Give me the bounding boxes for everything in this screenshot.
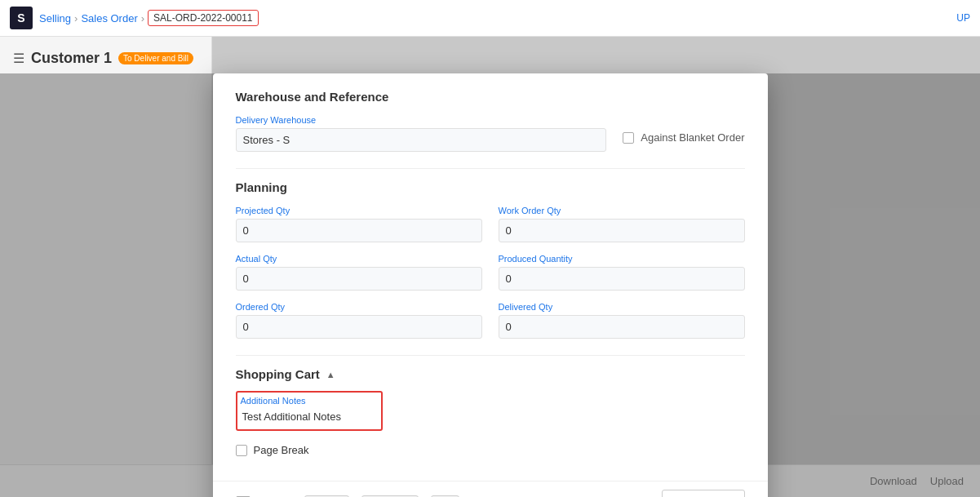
shopping-section: Shopping Cart ▲ Additional Notes Test Ad… xyxy=(236,355,745,431)
hamburger-icon[interactable]: ☰ xyxy=(13,51,24,66)
ordered-qty-label: Ordered Qty xyxy=(236,302,482,312)
work-order-qty-label: Work Order Qty xyxy=(499,206,745,215)
delivered-qty-group: Delivered Qty xyxy=(499,302,745,339)
delivery-warehouse-label: Delivery Warehouse xyxy=(236,115,607,125)
delivered-qty-input[interactable] xyxy=(499,315,745,339)
planning-grid: Projected Qty Work Order Qty Actual Qty xyxy=(236,206,745,339)
projected-qty-label: Projected Qty xyxy=(236,206,482,215)
collapse-icon[interactable]: ▲ xyxy=(326,370,335,379)
shopping-title: Shopping Cart xyxy=(236,367,320,381)
page-break-checkbox[interactable] xyxy=(236,445,247,456)
projected-qty-group: Projected Qty xyxy=(236,206,482,242)
blanket-order-checkbox[interactable] xyxy=(623,132,634,144)
top-nav: S Selling › Sales Order › SAL-ORD-2022-0… xyxy=(0,0,980,37)
breadcrumb-sales-order[interactable]: Sales Order xyxy=(81,12,137,24)
page-break-label: Page Break xyxy=(254,444,309,456)
produced-qty-input[interactable] xyxy=(499,267,745,291)
warehouse-field-row: Delivery Warehouse Against Blanket Order xyxy=(236,115,745,152)
additional-notes-label: Additional Notes xyxy=(241,396,378,406)
delivery-warehouse-group: Delivery Warehouse xyxy=(236,115,607,152)
additional-notes-value: Test Additional Notes xyxy=(241,407,378,426)
produced-qty-group: Produced Quantity xyxy=(499,254,745,291)
insert-below-button[interactable]: Insert Below xyxy=(662,490,745,497)
delivery-warehouse-input[interactable] xyxy=(236,128,607,152)
ordered-qty-group: Ordered Qty xyxy=(236,302,482,339)
work-order-qty-group: Work Order Qty xyxy=(499,206,745,242)
modal-footer: Shortcuts: Ctrl + Up , Ctrl + Down , ESC… xyxy=(213,481,768,497)
sidebar-title: Customer 1 xyxy=(31,50,112,67)
shopping-header: Shopping Cart ▲ xyxy=(236,367,745,381)
warehouse-section: Warehouse and Reference Delivery Warehou… xyxy=(236,90,745,152)
modal-body: Warehouse and Reference Delivery Warehou… xyxy=(213,73,768,481)
blanket-order-label: Against Blanket Order xyxy=(641,131,744,144)
planning-section: Planning Projected Qty Work Order Qty Ac… xyxy=(236,168,745,339)
planning-title: Planning xyxy=(236,180,745,194)
top-nav-right: UP xyxy=(956,12,970,24)
shopping-divider xyxy=(236,355,745,356)
actual-qty-group: Actual Qty xyxy=(236,254,482,291)
notes-field-wrapper: Additional Notes Test Additional Notes xyxy=(236,391,383,431)
logo[interactable]: S xyxy=(10,7,33,29)
breadcrumb-sep-2: › xyxy=(141,12,144,24)
work-order-qty-input[interactable] xyxy=(499,219,745,242)
produced-qty-label: Produced Quantity xyxy=(499,254,745,264)
blanket-order-row: Against Blanket Order xyxy=(623,115,744,144)
ordered-qty-input[interactable] xyxy=(236,315,482,339)
status-badge: To Deliver and Bill xyxy=(118,52,193,64)
modal: Warehouse and Reference Delivery Warehou… xyxy=(213,73,768,497)
delivered-qty-label: Delivered Qty xyxy=(499,302,745,312)
projected-qty-input[interactable] xyxy=(236,219,482,242)
page-break-row: Page Break xyxy=(236,444,745,456)
modal-overlay: Warehouse and Reference Delivery Warehou… xyxy=(0,73,980,497)
actual-qty-label: Actual Qty xyxy=(236,254,482,264)
sidebar-header: ☰ Customer 1 To Deliver and Bill xyxy=(0,37,211,73)
breadcrumb-sep-1: › xyxy=(74,12,78,24)
breadcrumb-current[interactable]: SAL-ORD-2022-00011 xyxy=(148,10,258,26)
breadcrumb-selling[interactable]: Selling xyxy=(39,12,71,24)
planning-divider xyxy=(236,168,745,169)
main-area: ☰ Customer 1 To Deliver and Bill Warehou… xyxy=(0,37,980,497)
breadcrumb: Selling › Sales Order › SAL-ORD-2022-000… xyxy=(39,10,259,26)
actual-qty-input[interactable] xyxy=(236,267,482,291)
warehouse-section-title: Warehouse and Reference xyxy=(236,90,745,104)
